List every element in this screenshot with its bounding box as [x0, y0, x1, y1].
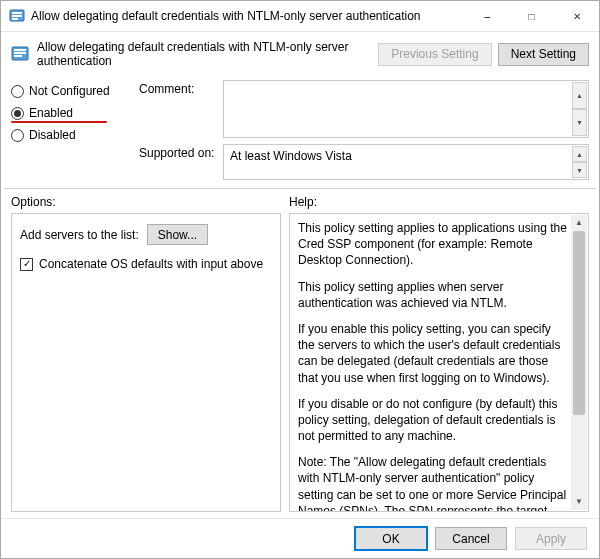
lower-panel: Add servers to the list: Show... ✓ Conca… [1, 213, 599, 518]
supported-row: Supported on: At least Windows Vista ▲ ▼ [139, 144, 589, 180]
options-pane: Add servers to the list: Show... ✓ Conca… [11, 213, 281, 512]
svg-rect-1 [12, 12, 22, 14]
scroll-thumb[interactable] [573, 231, 585, 415]
help-text: Note: The "Allow delegating default cred… [298, 454, 570, 512]
header-row: Allow delegating default credentials wit… [1, 32, 599, 76]
policy-title: Allow delegating default credentials wit… [37, 40, 370, 68]
supported-spin[interactable]: ▲ ▼ [572, 146, 587, 178]
supported-box: At least Windows Vista ▲ ▼ [223, 144, 589, 180]
help-scrollbar[interactable]: ▲ ▼ [571, 215, 587, 510]
concat-label: Concatenate OS defaults with input above [39, 257, 263, 271]
window-buttons: ‒ □ ✕ [464, 1, 599, 31]
options-label: Options: [11, 195, 289, 209]
radio-icon [11, 129, 24, 142]
help-text: This policy setting applies to applicati… [298, 220, 570, 269]
help-text: This policy setting applies when server … [298, 279, 570, 311]
policy-app-icon [9, 8, 25, 24]
radio-enabled[interactable]: Enabled [11, 106, 129, 120]
chevron-down-icon[interactable]: ▼ [572, 162, 587, 178]
svg-rect-6 [14, 52, 26, 54]
policy-dialog: Allow delegating default credentials wit… [0, 0, 600, 559]
chevron-up-icon[interactable]: ▲ [572, 82, 587, 109]
window-title: Allow delegating default credentials wit… [31, 9, 464, 23]
next-setting-button[interactable]: Next Setting [498, 43, 589, 66]
cancel-button[interactable]: Cancel [435, 527, 507, 550]
minimize-button[interactable]: ‒ [464, 1, 509, 31]
radio-icon [11, 85, 24, 98]
comment-input[interactable]: ▲ ▼ [223, 80, 589, 138]
titlebar: Allow delegating default credentials wit… [1, 1, 599, 32]
radio-label: Not Configured [29, 84, 110, 98]
comment-row: Comment: ▲ ▼ [139, 80, 589, 138]
nav-buttons: Previous Setting Next Setting [378, 43, 589, 66]
comment-spin[interactable]: ▲ ▼ [572, 82, 587, 136]
svg-rect-7 [14, 55, 22, 57]
ok-button[interactable]: OK [355, 527, 427, 550]
svg-rect-3 [12, 18, 18, 20]
chevron-up-icon[interactable]: ▲ [571, 215, 587, 231]
svg-rect-2 [12, 15, 22, 17]
comment-column: Comment: ▲ ▼ Supported on: At least Wind… [139, 80, 589, 180]
previous-setting-button: Previous Setting [378, 43, 491, 66]
help-label: Help: [289, 195, 317, 209]
maximize-button[interactable]: □ [509, 1, 554, 31]
show-button[interactable]: Show... [147, 224, 208, 245]
close-button[interactable]: ✕ [554, 1, 599, 31]
state-radios: Not Configured Enabled Disabled [11, 80, 129, 180]
chevron-down-icon[interactable]: ▼ [571, 494, 587, 510]
upper-panel: Not Configured Enabled Disabled Comment:… [1, 76, 599, 188]
radio-disabled[interactable]: Disabled [11, 128, 129, 142]
comment-label: Comment: [139, 80, 217, 96]
chevron-up-icon[interactable]: ▲ [572, 146, 587, 162]
add-servers-row: Add servers to the list: Show... [20, 224, 272, 245]
supported-value: At least Windows Vista [230, 149, 352, 163]
help-text: If you enable this policy setting, you c… [298, 321, 570, 386]
radio-icon [11, 107, 24, 120]
radio-not-configured[interactable]: Not Configured [11, 84, 129, 98]
add-servers-label: Add servers to the list: [20, 228, 139, 242]
supported-label: Supported on: [139, 144, 217, 160]
footer-buttons: OK Cancel Apply [1, 518, 599, 558]
radio-label: Enabled [29, 106, 73, 120]
concat-checkbox[interactable]: ✓ [20, 258, 33, 271]
section-labels: Options: Help: [1, 189, 599, 213]
policy-icon [11, 45, 29, 63]
help-text: If you disable or do not configure (by d… [298, 396, 570, 445]
chevron-down-icon[interactable]: ▼ [572, 109, 587, 136]
svg-rect-5 [14, 49, 26, 51]
radio-label: Disabled [29, 128, 76, 142]
concat-row[interactable]: ✓ Concatenate OS defaults with input abo… [20, 257, 272, 271]
apply-button: Apply [515, 527, 587, 550]
scroll-track[interactable] [571, 231, 587, 494]
help-pane: This policy setting applies to applicati… [289, 213, 589, 512]
